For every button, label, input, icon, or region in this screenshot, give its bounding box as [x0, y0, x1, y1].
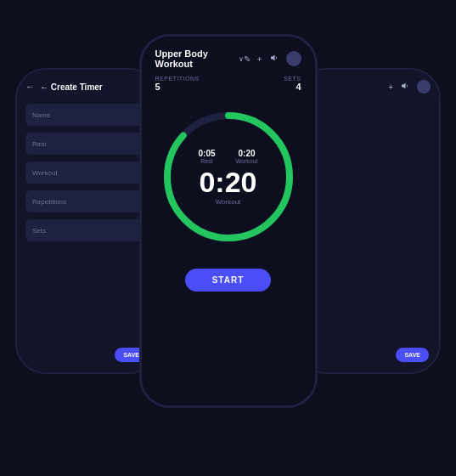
timer-inner: 0:05 Rest 0:20 Workout 0:20 Workout: [199, 149, 258, 206]
list-item: [307, 104, 431, 119]
list-item: [307, 170, 431, 185]
rest-label: Rest: [32, 140, 46, 148]
sets-label: Sets: [32, 227, 46, 235]
workout-field[interactable]: Workout: [25, 162, 149, 184]
main-timer-value: 0:20: [199, 167, 256, 196]
center-header: Upper Body Workout ∨ ✎ +: [142, 37, 315, 76]
list-item: [307, 148, 431, 163]
sets-stat-label: SETS: [284, 76, 301, 82]
sets-stat-value: 4: [284, 82, 301, 92]
repetitions-field[interactable]: Repetitions: [25, 190, 149, 212]
repetitions-stat-value: 5: [155, 82, 200, 92]
rest-field[interactable]: Rest: [25, 133, 149, 155]
sets-field[interactable]: Sets: [25, 219, 149, 241]
left-header: ← ← Create Timer: [25, 82, 149, 92]
workout-time-label: Workout: [236, 158, 258, 164]
main-timer-label: Workout: [216, 198, 241, 206]
name-field[interactable]: Name: [25, 104, 149, 126]
header-icons: ✎ +: [244, 51, 301, 66]
right-add-icon[interactable]: +: [388, 82, 393, 92]
avatar: [286, 51, 301, 66]
right-header: +: [307, 80, 431, 94]
list-item: [307, 126, 431, 141]
repetitions-stat: REPETITIONS 5: [155, 76, 200, 92]
name-label: Name: [32, 111, 50, 119]
repetitions-stat-label: REPETITIONS: [155, 76, 200, 82]
start-button[interactable]: START: [185, 269, 272, 292]
workout-title-row: Upper Body Workout ∨: [155, 48, 244, 69]
workout-label: Workout: [32, 169, 58, 177]
right-avatar: [417, 80, 431, 94]
create-timer-title: ← Create Timer: [40, 82, 103, 92]
workout-sub-timer: 0:20 Workout: [236, 149, 258, 164]
left-phone: ← ← Create Timer Name Rest Workout Repet…: [15, 68, 160, 374]
rest-time-value: 0:05: [199, 149, 216, 158]
timer-circle: 0:05 Rest 0:20 Workout 0:20 Workout: [160, 109, 296, 245]
workout-time-value: 0:20: [238, 149, 255, 158]
edit-icon[interactable]: ✎: [244, 54, 251, 64]
right-save-button[interactable]: SAVE: [396, 348, 429, 362]
left-screen: ← ← Create Timer Name Rest Workout Repet…: [17, 70, 158, 372]
back-arrow-icon[interactable]: ←: [25, 82, 35, 92]
sets-stat: SETS 4: [284, 76, 301, 92]
repetitions-label: Repetitions: [32, 198, 66, 206]
center-phone: Upper Body Workout ∨ ✎ + REPETITIONS 5: [139, 34, 318, 408]
right-screen: + SAVE: [298, 70, 439, 372]
center-screen: Upper Body Workout ∨ ✎ + REPETITIONS 5: [142, 37, 315, 405]
volume-icon[interactable]: [269, 53, 279, 65]
rest-sub-timer: 0:05 Rest: [199, 149, 216, 164]
timer-sub-row: 0:05 Rest 0:20 Workout: [199, 149, 258, 164]
right-volume-icon[interactable]: [400, 81, 410, 93]
right-phone: + SAVE: [296, 68, 441, 374]
right-content: [307, 104, 431, 362]
rest-time-label: Rest: [200, 158, 212, 164]
stats-row: REPETITIONS 5 SETS 4: [142, 76, 315, 92]
add-icon[interactable]: +: [257, 54, 262, 64]
workout-title: Upper Body Workout: [155, 48, 235, 69]
